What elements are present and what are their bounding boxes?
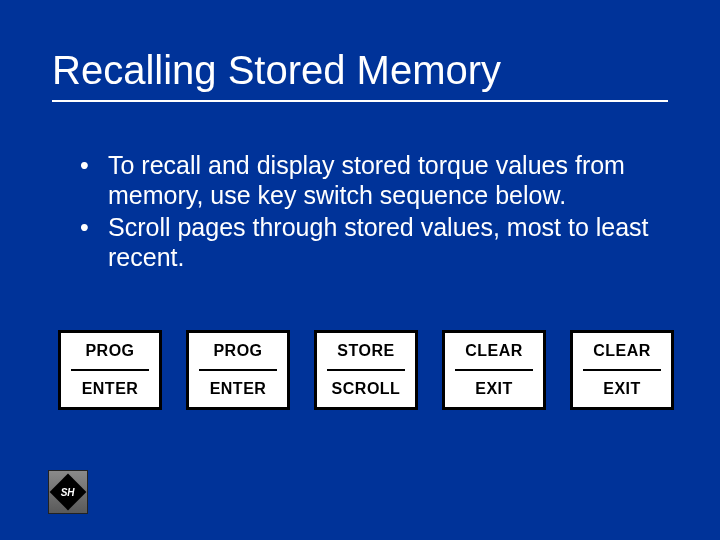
key-bottom-label: EXIT [603,380,641,398]
key-store-scroll: STORE SCROLL [314,330,418,410]
key-bottom-label: SCROLL [332,380,401,398]
key-divider [583,369,661,371]
logo-text: SH [61,487,75,498]
title-underline [52,100,668,102]
key-prog-enter: PROG ENTER [58,330,162,410]
key-top-label: PROG [85,342,134,360]
brand-logo: SH [48,470,88,514]
key-bottom-label: ENTER [82,380,139,398]
bullet-item: Scroll pages through stored values, most… [80,212,660,272]
bullet-item: To recall and display stored torque valu… [80,150,660,210]
key-sequence-row: PROG ENTER PROG ENTER STORE SCROLL CLEAR… [58,330,674,410]
key-top-label: CLEAR [593,342,651,360]
key-divider [327,369,405,371]
key-prog-enter: PROG ENTER [186,330,290,410]
key-top-label: CLEAR [465,342,523,360]
key-clear-exit: CLEAR EXIT [442,330,546,410]
bullet-list: To recall and display stored torque valu… [80,150,660,274]
key-divider [455,369,533,371]
key-bottom-label: EXIT [475,380,513,398]
key-top-label: STORE [337,342,394,360]
key-divider [199,369,277,371]
logo-diamond-icon: SH [50,474,87,511]
key-clear-exit: CLEAR EXIT [570,330,674,410]
slide-title: Recalling Stored Memory [52,48,501,93]
key-top-label: PROG [213,342,262,360]
key-divider [71,369,149,371]
key-bottom-label: ENTER [210,380,267,398]
